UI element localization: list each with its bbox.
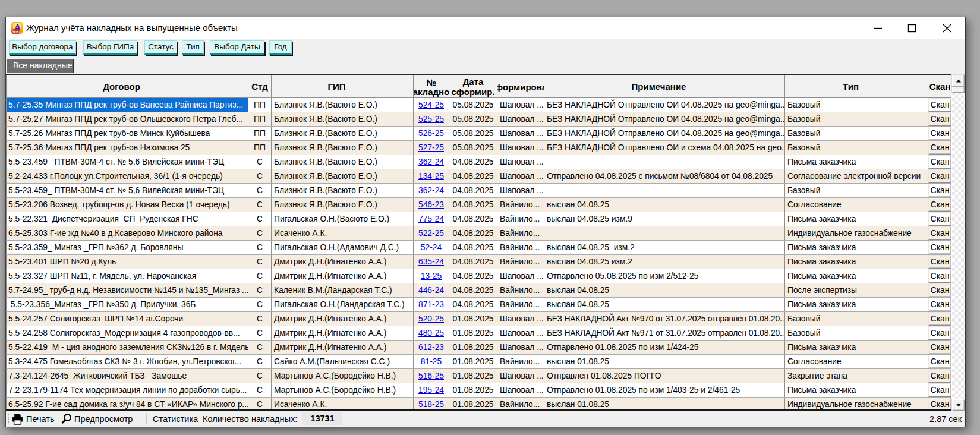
- svg-text:New!: New!: [11, 29, 21, 33]
